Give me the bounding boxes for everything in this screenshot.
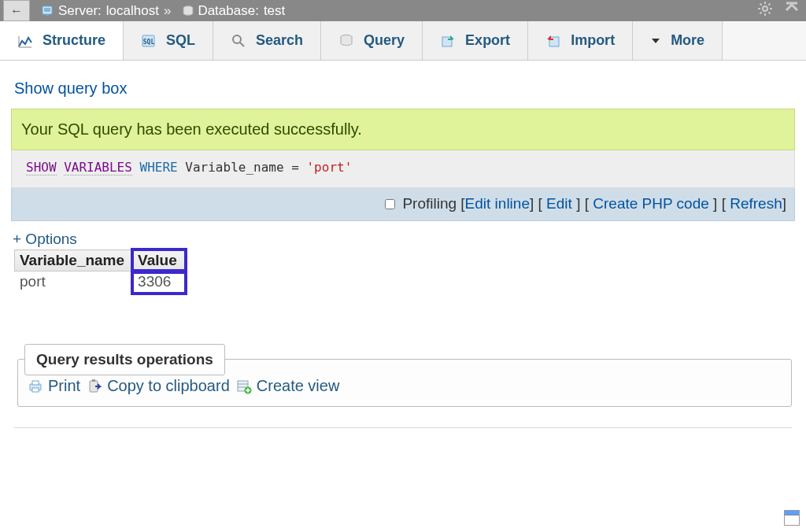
refresh-link[interactable]: Refresh: [730, 195, 782, 212]
cell-value: 3306: [133, 272, 186, 293]
success-message: Your SQL query has been executed success…: [11, 109, 795, 150]
tab-search[interactable]: Search: [213, 21, 321, 60]
edit-inline-link[interactable]: Edit inline: [465, 195, 530, 212]
create-view-icon: [236, 379, 252, 394]
table-row: port 3306: [15, 272, 186, 293]
copy-clipboard-link[interactable]: Copy to clipboard: [87, 377, 230, 395]
col-value[interactable]: Value: [133, 250, 186, 272]
print-icon: [28, 379, 43, 394]
print-link[interactable]: Print: [28, 377, 80, 395]
query-results-operations: Query results operations Print Copy to c…: [17, 359, 792, 407]
svg-text:SQL: SQL: [143, 39, 155, 46]
database-name[interactable]: test: [264, 3, 285, 19]
tab-label: SQL: [166, 32, 195, 49]
query-result-panel: Your SQL query has been executed success…: [11, 109, 795, 221]
breadcrumb-bar: ← Server: localhost » Database: test: [0, 0, 806, 21]
copy-label: Copy to clipboard: [107, 377, 230, 395]
svg-line-19: [240, 42, 244, 46]
chevron-down-icon: [650, 33, 661, 49]
sql-eq: =: [291, 160, 299, 175]
main-tabs: Structure SQL SQL Search Query Export Im…: [0, 21, 806, 61]
structure-icon: [17, 33, 33, 49]
svg-rect-1: [44, 8, 50, 12]
export-icon: [440, 33, 456, 49]
tab-sql[interactable]: SQL SQL: [124, 21, 213, 60]
svg-rect-26: [32, 381, 39, 385]
col-variable-name[interactable]: Variable_name: [15, 250, 133, 272]
import-icon: [545, 33, 561, 49]
results-table: Variable_name Value port 3306: [14, 249, 186, 293]
sql-ident: Variable_name: [185, 160, 283, 175]
print-label: Print: [48, 377, 80, 395]
collapse-icon[interactable]: [784, 1, 800, 20]
svg-line-11: [760, 12, 762, 13]
cell-variable-name: port: [15, 272, 133, 293]
svg-point-18: [233, 35, 241, 43]
svg-rect-27: [32, 388, 39, 392]
sql-string: 'port': [306, 160, 352, 175]
gear-icon[interactable]: [757, 1, 773, 20]
tab-export[interactable]: Export: [423, 21, 528, 60]
profiling-label[interactable]: Profiling: [402, 195, 457, 212]
sql-kw-show: SHOW: [26, 160, 57, 175]
database-icon: [182, 5, 194, 17]
create-view-link[interactable]: Create view: [236, 377, 340, 395]
svg-rect-29: [92, 379, 95, 382]
profiling-checkbox[interactable]: [385, 199, 395, 209]
server-name[interactable]: localhost: [106, 3, 159, 19]
server-icon: [41, 5, 55, 17]
executed-query: SHOW VARIABLES WHERE Variable_name = 'po…: [11, 150, 795, 188]
sql-kw-where: WHERE: [140, 160, 178, 175]
clipboard-icon: [87, 379, 102, 394]
tab-label: More: [671, 32, 704, 49]
database-label: Database:: [198, 3, 259, 19]
edit-link[interactable]: Edit: [546, 195, 572, 212]
console-toggle[interactable]: [784, 510, 800, 526]
svg-line-12: [768, 4, 770, 6]
server-label: Server:: [58, 3, 102, 19]
svg-line-9: [760, 4, 762, 6]
tab-label: Query: [364, 32, 405, 49]
search-icon: [231, 33, 246, 49]
svg-point-4: [763, 6, 767, 11]
tab-more[interactable]: More: [633, 21, 723, 60]
sql-kw-variables: VARIABLES: [64, 160, 132, 175]
create-php-link[interactable]: Create PHP code: [593, 195, 709, 212]
tab-label: Import: [571, 32, 615, 49]
tab-structure[interactable]: Structure: [0, 21, 124, 60]
breadcrumb-separator: »: [164, 3, 171, 19]
create-view-label: Create view: [257, 377, 340, 395]
tab-label: Search: [256, 32, 303, 49]
sql-icon: SQL: [141, 33, 157, 49]
query-icon: [338, 33, 354, 49]
operations-legend: Query results operations: [24, 344, 225, 375]
divider: [14, 427, 792, 428]
show-query-box-link[interactable]: Show query box: [6, 65, 131, 109]
query-toolbar: Profiling [Edit inline] [ Edit ] [ Creat…: [11, 188, 795, 221]
back-button[interactable]: ←: [3, 0, 30, 21]
tab-label: Structure: [43, 32, 105, 49]
svg-line-10: [768, 12, 770, 13]
tab-query[interactable]: Query: [321, 21, 423, 60]
svg-rect-2: [46, 14, 49, 16]
tab-import[interactable]: Import: [528, 21, 633, 60]
tab-label: Export: [465, 32, 510, 49]
options-toggle[interactable]: + Options: [6, 221, 77, 249]
